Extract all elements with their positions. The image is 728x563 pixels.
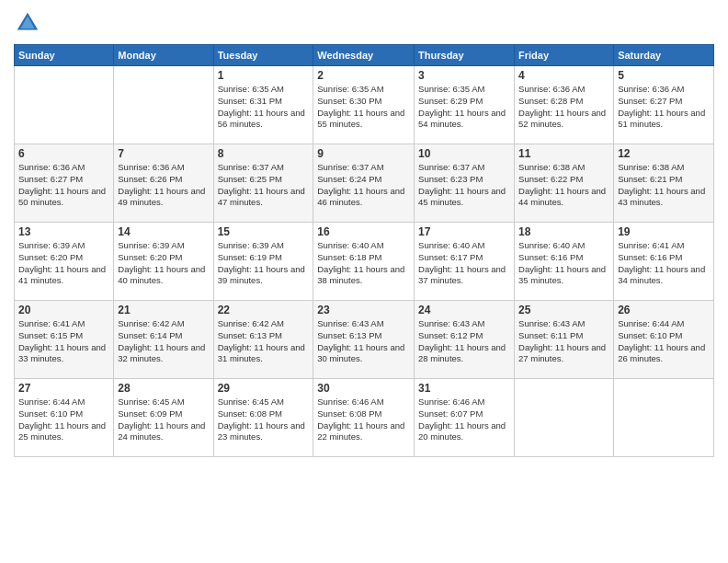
day-cell: 30Sunrise: 6:46 AM Sunset: 6:08 PM Dayli… — [313, 379, 415, 457]
day-cell: 27Sunrise: 6:44 AM Sunset: 6:10 PM Dayli… — [15, 379, 114, 457]
day-number: 27 — [18, 382, 109, 395]
day-cell: 29Sunrise: 6:45 AM Sunset: 6:08 PM Dayli… — [213, 379, 313, 457]
day-cell: 4Sunrise: 6:36 AM Sunset: 6:28 PM Daylig… — [515, 66, 614, 144]
header — [14, 9, 714, 37]
day-cell: 22Sunrise: 6:42 AM Sunset: 6:13 PM Dayli… — [213, 301, 313, 379]
day-cell: 6Sunrise: 6:36 AM Sunset: 6:27 PM Daylig… — [15, 144, 114, 223]
day-number: 7 — [118, 147, 209, 160]
day-info: Sunrise: 6:43 AM Sunset: 6:13 PM Dayligh… — [317, 318, 410, 365]
day-number: 26 — [618, 304, 710, 316]
day-cell: 9Sunrise: 6:37 AM Sunset: 6:24 PM Daylig… — [313, 144, 415, 223]
day-number: 22 — [218, 304, 310, 316]
day-number: 17 — [418, 225, 510, 238]
day-cell: 26Sunrise: 6:44 AM Sunset: 6:10 PM Dayli… — [614, 301, 714, 379]
week-row-3: 20Sunrise: 6:41 AM Sunset: 6:15 PM Dayli… — [15, 301, 714, 379]
day-number: 28 — [118, 382, 209, 395]
day-number: 2 — [317, 69, 410, 82]
day-cell: 17Sunrise: 6:40 AM Sunset: 6:17 PM Dayli… — [415, 223, 515, 301]
day-number: 15 — [218, 225, 310, 238]
day-info: Sunrise: 6:45 AM Sunset: 6:09 PM Dayligh… — [118, 396, 209, 443]
day-number: 8 — [218, 147, 310, 160]
day-info: Sunrise: 6:38 AM Sunset: 6:22 PM Dayligh… — [518, 162, 609, 209]
day-number: 13 — [18, 225, 109, 238]
day-info: Sunrise: 6:43 AM Sunset: 6:11 PM Dayligh… — [518, 318, 609, 365]
calendar-header: SundayMondayTuesdayWednesdayThursdayFrid… — [15, 45, 714, 66]
header-row: SundayMondayTuesdayWednesdayThursdayFrid… — [15, 45, 714, 66]
day-info: Sunrise: 6:39 AM Sunset: 6:20 PM Dayligh… — [118, 240, 209, 287]
day-cell — [515, 379, 614, 457]
day-info: Sunrise: 6:38 AM Sunset: 6:21 PM Dayligh… — [618, 162, 710, 209]
day-number: 14 — [118, 225, 209, 238]
day-info: Sunrise: 6:40 AM Sunset: 6:18 PM Dayligh… — [317, 240, 410, 287]
day-cell: 21Sunrise: 6:42 AM Sunset: 6:14 PM Dayli… — [114, 301, 213, 379]
day-number: 24 — [418, 304, 510, 316]
day-info: Sunrise: 6:36 AM Sunset: 6:28 PM Dayligh… — [518, 84, 609, 131]
day-info: Sunrise: 6:46 AM Sunset: 6:08 PM Dayligh… — [317, 396, 410, 443]
day-cell: 23Sunrise: 6:43 AM Sunset: 6:13 PM Dayli… — [313, 301, 415, 379]
day-number: 19 — [618, 225, 710, 238]
day-info: Sunrise: 6:39 AM Sunset: 6:19 PM Dayligh… — [218, 240, 310, 287]
day-number: 6 — [18, 147, 109, 160]
day-cell: 12Sunrise: 6:38 AM Sunset: 6:21 PM Dayli… — [614, 144, 714, 223]
day-number: 20 — [18, 304, 109, 316]
day-number: 11 — [518, 147, 609, 160]
day-cell: 14Sunrise: 6:39 AM Sunset: 6:20 PM Dayli… — [114, 223, 213, 301]
day-info: Sunrise: 6:41 AM Sunset: 6:15 PM Dayligh… — [18, 318, 109, 365]
day-number: 25 — [518, 304, 609, 316]
day-cell: 16Sunrise: 6:40 AM Sunset: 6:18 PM Dayli… — [313, 223, 415, 301]
logo — [14, 9, 45, 37]
day-info: Sunrise: 6:36 AM Sunset: 6:27 PM Dayligh… — [618, 84, 710, 131]
day-info: Sunrise: 6:44 AM Sunset: 6:10 PM Dayligh… — [618, 318, 710, 365]
calendar-body: 1Sunrise: 6:35 AM Sunset: 6:31 PM Daylig… — [15, 66, 714, 457]
day-cell: 3Sunrise: 6:35 AM Sunset: 6:29 PM Daylig… — [415, 66, 515, 144]
day-cell: 10Sunrise: 6:37 AM Sunset: 6:23 PM Dayli… — [415, 144, 515, 223]
day-cell: 5Sunrise: 6:36 AM Sunset: 6:27 PM Daylig… — [614, 66, 714, 144]
day-cell: 13Sunrise: 6:39 AM Sunset: 6:20 PM Dayli… — [15, 223, 114, 301]
day-cell: 28Sunrise: 6:45 AM Sunset: 6:09 PM Dayli… — [114, 379, 213, 457]
day-number: 3 — [418, 69, 510, 82]
day-info: Sunrise: 6:44 AM Sunset: 6:10 PM Dayligh… — [18, 396, 109, 443]
day-cell: 24Sunrise: 6:43 AM Sunset: 6:12 PM Dayli… — [415, 301, 515, 379]
day-info: Sunrise: 6:43 AM Sunset: 6:12 PM Dayligh… — [418, 318, 510, 365]
header-cell-tuesday: Tuesday — [213, 45, 313, 66]
header-cell-monday: Monday — [114, 45, 213, 66]
day-info: Sunrise: 6:37 AM Sunset: 6:23 PM Dayligh… — [418, 162, 510, 209]
day-info: Sunrise: 6:35 AM Sunset: 6:29 PM Dayligh… — [418, 84, 510, 131]
day-info: Sunrise: 6:35 AM Sunset: 6:31 PM Dayligh… — [218, 84, 310, 131]
day-cell: 15Sunrise: 6:39 AM Sunset: 6:19 PM Dayli… — [213, 223, 313, 301]
day-info: Sunrise: 6:39 AM Sunset: 6:20 PM Dayligh… — [18, 240, 109, 287]
day-cell: 11Sunrise: 6:38 AM Sunset: 6:22 PM Dayli… — [515, 144, 614, 223]
day-info: Sunrise: 6:42 AM Sunset: 6:14 PM Dayligh… — [118, 318, 209, 365]
day-cell: 19Sunrise: 6:41 AM Sunset: 6:16 PM Dayli… — [614, 223, 714, 301]
header-cell-friday: Friday — [515, 45, 614, 66]
day-info: Sunrise: 6:37 AM Sunset: 6:24 PM Dayligh… — [317, 162, 410, 209]
day-cell: 7Sunrise: 6:36 AM Sunset: 6:26 PM Daylig… — [114, 144, 213, 223]
header-cell-saturday: Saturday — [614, 45, 714, 66]
day-cell: 8Sunrise: 6:37 AM Sunset: 6:25 PM Daylig… — [213, 144, 313, 223]
calendar-table: SundayMondayTuesdayWednesdayThursdayFrid… — [14, 44, 714, 457]
header-cell-wednesday: Wednesday — [313, 45, 415, 66]
day-info: Sunrise: 6:35 AM Sunset: 6:30 PM Dayligh… — [317, 84, 410, 131]
week-row-0: 1Sunrise: 6:35 AM Sunset: 6:31 PM Daylig… — [15, 66, 714, 144]
day-info: Sunrise: 6:36 AM Sunset: 6:26 PM Dayligh… — [118, 162, 209, 209]
day-cell: 31Sunrise: 6:46 AM Sunset: 6:07 PM Dayli… — [415, 379, 515, 457]
week-row-1: 6Sunrise: 6:36 AM Sunset: 6:27 PM Daylig… — [15, 144, 714, 223]
day-cell: 20Sunrise: 6:41 AM Sunset: 6:15 PM Dayli… — [15, 301, 114, 379]
day-number: 1 — [218, 69, 310, 82]
day-number: 29 — [218, 382, 310, 395]
week-row-2: 13Sunrise: 6:39 AM Sunset: 6:20 PM Dayli… — [15, 223, 714, 301]
day-info: Sunrise: 6:40 AM Sunset: 6:17 PM Dayligh… — [418, 240, 510, 287]
day-cell: 25Sunrise: 6:43 AM Sunset: 6:11 PM Dayli… — [515, 301, 614, 379]
day-number: 31 — [418, 382, 510, 395]
day-cell — [114, 66, 213, 144]
logo-icon — [14, 9, 41, 37]
day-info: Sunrise: 6:42 AM Sunset: 6:13 PM Dayligh… — [218, 318, 310, 365]
day-number: 23 — [317, 304, 410, 316]
day-info: Sunrise: 6:41 AM Sunset: 6:16 PM Dayligh… — [618, 240, 710, 287]
day-number: 30 — [317, 382, 410, 395]
day-cell — [614, 379, 714, 457]
day-number: 18 — [518, 225, 609, 238]
header-cell-thursday: Thursday — [415, 45, 515, 66]
week-row-4: 27Sunrise: 6:44 AM Sunset: 6:10 PM Dayli… — [15, 379, 714, 457]
day-number: 16 — [317, 225, 410, 238]
